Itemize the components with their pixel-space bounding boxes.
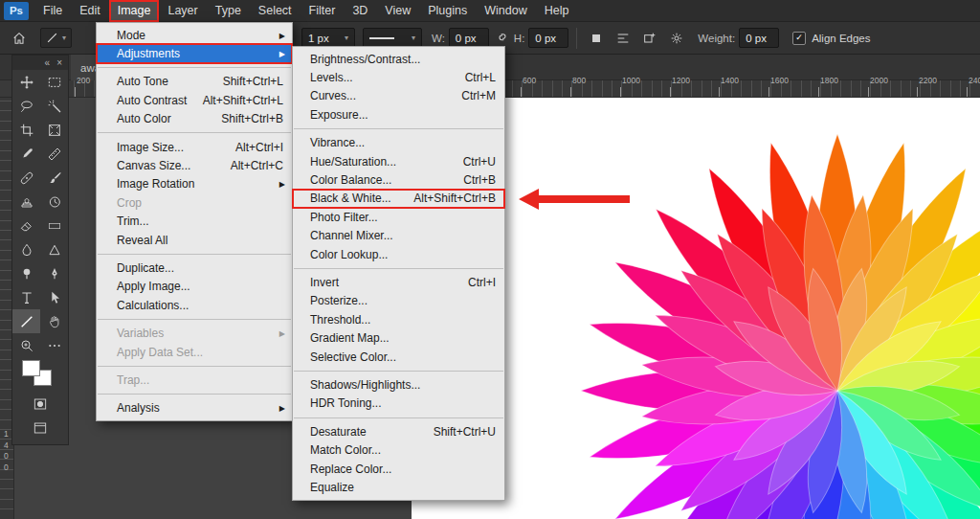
menu-item-auto-tone[interactable]: Auto ToneShift+Ctrl+L xyxy=(97,73,292,91)
menubar-item-file[interactable]: File xyxy=(34,0,71,22)
menu-item-mode[interactable]: Mode▶ xyxy=(97,26,292,44)
stroke-width-combo[interactable]: 1 px ▾ xyxy=(301,28,355,48)
menu-item-reveal-all[interactable]: Reveal All xyxy=(97,231,292,249)
line-tool[interactable] xyxy=(12,309,40,333)
path-operations-button[interactable] xyxy=(638,27,661,50)
menu-item-label: Color Lookup... xyxy=(310,248,388,261)
menu-item-black-white[interactable]: Black & White...Alt+Shift+Ctrl+B xyxy=(293,190,504,208)
menu-item-image-size[interactable]: Image Size...Alt+Ctrl+I xyxy=(97,138,292,156)
menu-item-hue-saturation[interactable]: Hue/Saturation...Ctrl+U xyxy=(293,152,504,170)
menu-item-desaturate[interactable]: DesaturateShift+Ctrl+U xyxy=(293,422,504,440)
eyedropper-tool[interactable] xyxy=(12,142,40,166)
menubar-item-view[interactable]: View xyxy=(376,0,419,22)
photoshop-logo[interactable]: Ps xyxy=(4,2,29,20)
menu-item-photo-filter[interactable]: Photo Filter... xyxy=(293,208,504,226)
menu-item-trim[interactable]: Trim... xyxy=(97,213,292,231)
menu-item-variables[interactable]: Variables▶ xyxy=(97,324,292,342)
menu-item-equalize[interactable]: Equalize xyxy=(293,478,504,496)
dodge-tool[interactable] xyxy=(12,261,40,285)
move-tool[interactable] xyxy=(12,70,40,94)
menu-item-shortcut: Ctrl+B xyxy=(448,173,496,187)
type-tool[interactable] xyxy=(12,285,40,309)
menu-item-match-color[interactable]: Match Color... xyxy=(293,440,504,459)
home-button[interactable] xyxy=(8,27,31,50)
menubar-item-3d[interactable]: 3D xyxy=(344,0,376,22)
fill-mode-button[interactable] xyxy=(585,27,608,50)
vertical-ruler-digit: 0 xyxy=(4,463,9,472)
menu-item-duplicate[interactable]: Duplicate... xyxy=(97,259,292,277)
menu-item-levels[interactable]: Levels...Ctrl+L xyxy=(293,68,504,86)
menu-item-canvas-size[interactable]: Canvas Size...Alt+Ctrl+C xyxy=(97,156,292,174)
blur-tool[interactable] xyxy=(12,237,40,261)
menu-item-color-lookup[interactable]: Color Lookup... xyxy=(293,245,504,263)
menubar-item-filter[interactable]: Filter xyxy=(301,0,345,22)
foreground-color-swatch[interactable] xyxy=(22,360,40,376)
menu-item-calculations[interactable]: Calculations... xyxy=(97,296,292,314)
menu-item-invert[interactable]: InvertCtrl+I xyxy=(293,273,504,291)
menu-item-crop[interactable]: Crop xyxy=(97,193,292,212)
quick-selection-tool[interactable] xyxy=(40,94,68,118)
ruler-tool[interactable] xyxy=(40,142,68,166)
settings-button[interactable] xyxy=(665,27,688,50)
menu-item-posterize[interactable]: Posterize... xyxy=(293,292,504,310)
menubar-item-edit[interactable]: Edit xyxy=(71,0,109,22)
menu-item-selective-color[interactable]: Selective Color... xyxy=(293,348,504,366)
menu-item-replace-color[interactable]: Replace Color... xyxy=(293,460,504,478)
eraser-tool[interactable] xyxy=(12,214,40,237)
menu-item-auto-color[interactable]: Auto ColorShift+Ctrl+B xyxy=(97,110,292,128)
menu-item-apply-image[interactable]: Apply Image... xyxy=(97,278,292,296)
menu-item-curves[interactable]: Curves...Ctrl+M xyxy=(293,87,504,105)
quick-mask-button[interactable] xyxy=(12,392,68,416)
height-input[interactable]: 0 px xyxy=(528,28,568,48)
align-edges-checkbox[interactable]: ✓ xyxy=(792,32,806,45)
sharpen-tool[interactable] xyxy=(40,237,68,261)
menu-item-adjustments[interactable]: Adjustments▶ xyxy=(97,44,292,62)
menu-item-color-balance[interactable]: Color Balance...Ctrl+B xyxy=(293,170,504,189)
close-panel-icon[interactable]: × xyxy=(56,58,62,68)
brush-tool[interactable] xyxy=(40,166,68,190)
zoom-tool[interactable] xyxy=(12,333,40,357)
collapse-panel-icon[interactable]: « xyxy=(45,58,51,68)
clone-stamp-tool[interactable] xyxy=(12,190,40,214)
menubar-item-image[interactable]: Image xyxy=(109,0,160,22)
lasso-tool[interactable] xyxy=(12,94,40,118)
menu-item-brightness-contrast[interactable]: Brightness/Contrast... xyxy=(293,50,504,68)
weight-input[interactable]: 0 px xyxy=(739,28,779,48)
history-brush-tool[interactable] xyxy=(40,190,68,214)
menu-item-apply-data-set[interactable]: Apply Data Set... xyxy=(97,343,292,361)
menu-item-image-rotation[interactable]: Image Rotation▶ xyxy=(97,175,292,193)
screen-mode-button[interactable] xyxy=(12,416,68,440)
align-button[interactable] xyxy=(612,27,635,50)
frame-tool[interactable] xyxy=(40,118,68,142)
healing-brush-tool[interactable] xyxy=(12,166,40,190)
ruler-tick: 2200 xyxy=(917,87,918,97)
menu-item-hdr-toning[interactable]: HDR Toning... xyxy=(293,395,504,413)
crop-tool[interactable] xyxy=(12,118,40,142)
gradient-tool[interactable] xyxy=(40,214,68,237)
menu-item-vibrance[interactable]: Vibrance... xyxy=(293,134,504,152)
pen-tool[interactable] xyxy=(40,261,68,285)
menubar-item-help[interactable]: Help xyxy=(536,0,578,22)
menubar-item-window[interactable]: Window xyxy=(476,0,535,22)
menubar-item-type[interactable]: Type xyxy=(207,0,250,22)
path-selection-tool[interactable] xyxy=(40,285,68,309)
hand-tool[interactable] xyxy=(40,309,68,333)
menu-item-gradient-map[interactable]: Gradient Map... xyxy=(293,328,504,347)
width-input[interactable]: 0 px xyxy=(449,28,489,48)
marquee-tool[interactable] xyxy=(40,70,68,94)
weight-value: 0 px xyxy=(746,33,767,44)
edit-toolbar[interactable] xyxy=(40,333,68,357)
menu-item-exposure[interactable]: Exposure... xyxy=(293,105,504,124)
menu-item-channel-mixer[interactable]: Channel Mixer... xyxy=(293,227,504,245)
menu-item-auto-contrast[interactable]: Auto ContrastAlt+Shift+Ctrl+L xyxy=(97,91,292,109)
tool-preset-picker[interactable]: ▾ xyxy=(40,28,72,48)
menu-item-trap[interactable]: Trap... xyxy=(97,371,292,389)
stroke-style-combo[interactable]: ▾ xyxy=(363,28,422,48)
chevron-down-icon: ▾ xyxy=(62,34,66,42)
menu-item-shadows-highlights[interactable]: Shadows/Highlights... xyxy=(293,375,504,394)
menubar-item-layer[interactable]: Layer xyxy=(159,0,206,22)
menubar-item-select[interactable]: Select xyxy=(250,0,301,22)
menubar-item-plugins[interactable]: Plugins xyxy=(419,0,476,22)
menu-item-analysis[interactable]: Analysis▶ xyxy=(97,399,292,417)
menu-item-threshold[interactable]: Threshold... xyxy=(293,310,504,328)
